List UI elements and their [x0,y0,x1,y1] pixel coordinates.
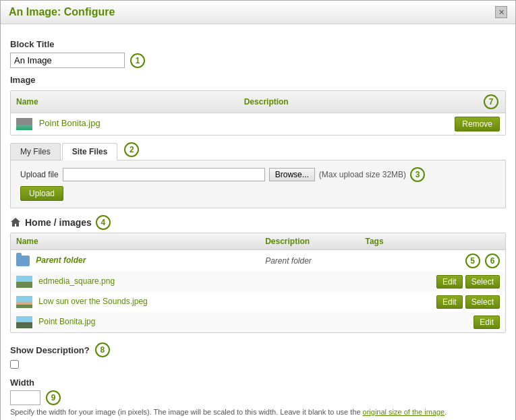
image-col-desc: Description [239,91,372,113]
files-section: Name Description Tags Parent folder [10,233,506,333]
file2-thumb [16,296,32,308]
folder-desc: Parent folder [265,256,312,266]
upload-label: Upload file [20,170,59,179]
callout-5: 5 [465,253,480,268]
file1-select-button[interactable]: Select [465,275,500,289]
image-table: Name Description 7 Point Bonita.jpg [11,91,505,135]
show-description-checkbox[interactable] [10,360,19,369]
width-input-row: 9 [10,390,506,405]
image-section-label: Image [10,75,506,85]
callout-9: 9 [46,390,61,405]
width-hint: Specify the width for your image (in pix… [10,408,506,416]
dialog-body: Block Title 1 Image Name Description 7 [1,24,515,420]
files-col-desc: Description [260,233,360,250]
file3-edit-button[interactable]: Edit [474,316,500,329]
callout-3: 3 [410,167,425,182]
file1-actions: Edit Select [416,275,500,289]
folder-name-cell: Parent folder [11,250,260,272]
show-description-check-row [10,360,506,371]
image-col-actions: 7 [372,91,505,113]
upload-area: Upload file Browse... (Max upload size 3… [10,160,506,208]
table-row: edmedia_square.png Edit Select [11,272,505,292]
file2-tags-cell [360,292,411,312]
tab-site-files[interactable]: Site Files [62,143,118,160]
file2-select-button[interactable]: Select [465,295,500,309]
folder-desc-cell: Parent folder [260,250,360,272]
file2-name: Low sun over the Sounds.jpeg [38,297,147,306]
dialog-header: An Image: Configure ✕ [1,1,515,24]
remove-image-button[interactable]: Remove [455,117,500,131]
image-section: Name Description 7 Point Bonita.jpg [10,90,506,136]
current-image-actions: Remove [372,113,505,136]
breadcrumb-text: Home / images [25,217,92,228]
browse-button[interactable]: Browse... [269,168,315,181]
current-image-filename: Point Bonita.jpg [39,118,101,128]
file2-actions: Edit Select [416,295,500,309]
file2-desc-cell [260,292,360,312]
file1-thumb [16,276,32,288]
files-table: Name Description Tags Parent folder [11,233,505,332]
width-hint-after: . [445,408,447,416]
file1-name-cell: edmedia_square.png [11,272,260,292]
file1-tags-cell [360,272,411,292]
callout-6: 6 [485,253,500,268]
file3-thumb [16,316,32,328]
width-row: Width [10,378,506,388]
file3-name: Point Bonita.jpg [38,317,95,326]
callout-2: 2 [124,142,139,157]
file3-name-cell: Point Bonita.jpg [11,312,260,332]
callout-7: 7 [484,94,498,109]
show-description-row: Show Description? 8 [10,342,506,357]
folder-name: Parent folder [36,256,86,265]
folder-tags-cell [360,250,411,272]
callout-1: 1 [130,53,145,68]
width-label: Width [10,378,34,388]
current-image-row: Point Bonita.jpg Remove [11,113,505,136]
file1-edit-button[interactable]: Edit [436,275,463,289]
file1-name: edmedia_square.png [38,276,115,286]
file2-actions-cell: Edit Select [411,292,505,312]
close-button[interactable]: ✕ [495,6,507,18]
table-row: Low sun over the Sounds.jpeg Edit Select [11,292,505,312]
block-title-label: Block Title [10,39,506,49]
file2-name-cell: Low sun over the Sounds.jpeg [11,292,260,312]
width-hint-link: original size of the image [363,408,445,416]
home-icon [10,217,21,228]
files-col-actions [411,233,505,250]
dialog-title: An Image: Configure [9,6,115,18]
upload-button[interactable]: Upload [20,186,63,201]
folder-actions-cell: 5 6 [411,250,505,272]
table-row: Parent folder Parent folder 5 6 [11,250,505,272]
file2-edit-button[interactable]: Edit [436,295,463,309]
callout-8: 8 [95,342,110,357]
file3-desc-cell [260,312,360,332]
block-title-row: 1 [10,53,506,68]
files-col-tags: Tags [360,233,411,250]
breadcrumb-row: Home / images 4 [10,215,506,230]
tabs-row: My Files Site Files 2 [10,142,506,160]
file3-actions-cell: Edit [411,312,505,332]
current-image-desc [239,113,372,136]
tab-my-files[interactable]: My Files [10,143,61,160]
upload-row: Upload file Browse... (Max upload size 3… [20,167,496,182]
callout-4: 4 [96,215,111,230]
file1-desc-cell [260,272,360,292]
image-col-name: Name [11,91,239,113]
max-upload-label: (Max upload size 32MB) [319,170,406,179]
table-row: Point Bonita.jpg Edit [11,312,505,332]
file1-actions-cell: Edit Select [411,272,505,292]
width-input[interactable] [10,390,40,405]
block-title-input[interactable] [10,53,125,68]
dialog: An Image: Configure ✕ Block Title 1 Imag… [0,0,516,420]
width-hint-before: Specify the width for your image (in pix… [10,408,363,416]
current-image-name: Point Bonita.jpg [11,113,239,136]
file3-tags-cell [360,312,411,332]
files-col-name: Name [11,233,260,250]
current-image-thumb [16,118,32,130]
upload-file-input[interactable] [63,168,265,181]
folder-icon [16,256,30,266]
files-header-row: Name Description Tags [11,233,505,250]
file3-actions: Edit [416,316,500,329]
upload-button-row: Upload [20,186,496,201]
show-description-label: Show Description? [10,345,90,355]
